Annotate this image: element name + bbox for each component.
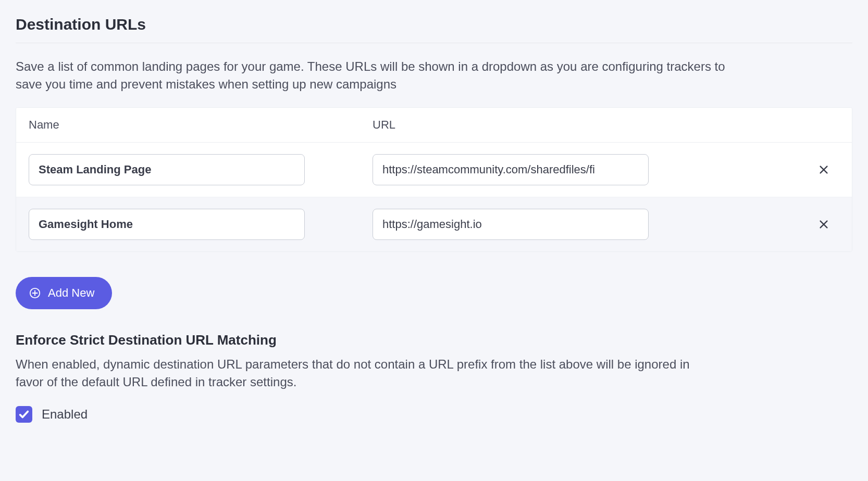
column-header-name: Name: [29, 118, 373, 132]
plus-circle-icon: [29, 287, 41, 299]
url-input[interactable]: [373, 154, 649, 185]
enabled-checkbox-row: Enabled: [16, 406, 852, 423]
enabled-checkbox-label[interactable]: Enabled: [42, 407, 88, 422]
section-title: Destination URLs: [16, 16, 852, 43]
table-row: [16, 143, 852, 197]
enforce-description: When enabled, dynamic destination URL pa…: [16, 356, 714, 390]
add-new-label: Add New: [48, 286, 94, 300]
section-description: Save a list of common landing pages for …: [16, 58, 745, 93]
url-input[interactable]: [373, 209, 649, 240]
delete-row-button[interactable]: [814, 214, 834, 234]
name-input[interactable]: [29, 154, 305, 185]
check-icon: [18, 409, 30, 420]
close-icon: [818, 219, 829, 230]
table-header: Name URL: [16, 108, 852, 143]
delete-row-button[interactable]: [814, 160, 834, 180]
enforce-title: Enforce Strict Destination URL Matching: [16, 332, 852, 348]
close-icon: [818, 164, 829, 175]
add-new-button[interactable]: Add New: [16, 277, 112, 309]
destination-urls-table: Name URL: [16, 107, 852, 252]
table-row: [16, 197, 852, 251]
column-header-url: URL: [373, 118, 839, 132]
name-input[interactable]: [29, 209, 305, 240]
enabled-checkbox[interactable]: [16, 406, 32, 423]
